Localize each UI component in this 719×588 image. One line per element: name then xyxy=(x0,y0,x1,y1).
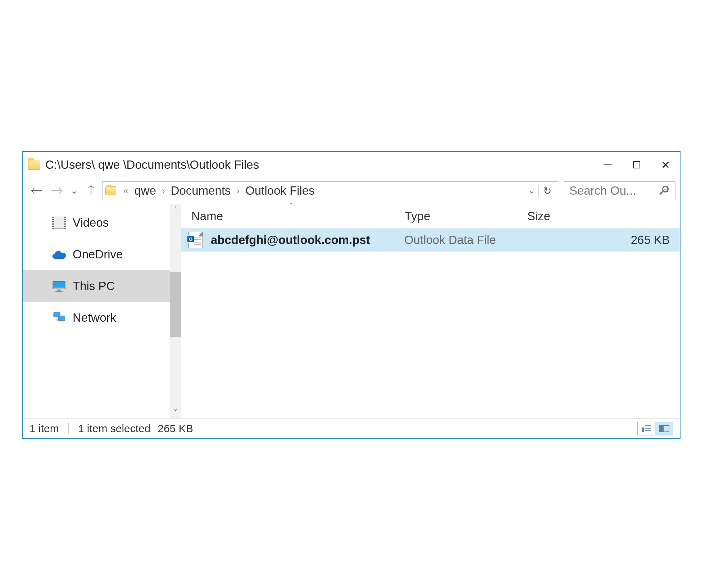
svg-rect-1 xyxy=(53,287,65,289)
sidebar-item-label: OneDrive xyxy=(73,248,123,261)
explorer-window: C:\Users\ qwe \Documents\Outlook Files 🡐… xyxy=(22,151,681,439)
status-selection-size: 265 KB xyxy=(158,422,193,435)
status-selection: 1 item selected xyxy=(78,422,151,435)
status-item-count: 1 item xyxy=(29,422,59,435)
view-details-button[interactable] xyxy=(637,422,655,435)
svg-rect-3 xyxy=(55,291,63,291)
onedrive-icon xyxy=(52,248,66,261)
address-history-button[interactable]: ⌄ xyxy=(525,186,538,195)
maximize-button[interactable] xyxy=(622,152,651,178)
window-controls xyxy=(593,152,680,178)
recent-locations-button[interactable]: ⌄ xyxy=(68,181,81,200)
breadcrumb-segment[interactable]: Documents xyxy=(169,184,232,198)
search-input[interactable]: Search Ou... 🔍︎ xyxy=(564,181,675,200)
navigation-pane: Videos OneDrive This PC Network xyxy=(23,204,181,418)
scrollbar-thumb[interactable] xyxy=(170,272,181,337)
view-large-icons-button[interactable] xyxy=(655,422,673,435)
file-row[interactable]: O abcdefghi@outlook.com.pst Outlook Data… xyxy=(181,229,680,252)
scroll-up-icon[interactable]: ˄ xyxy=(170,204,181,216)
sidebar-item-label: Network xyxy=(73,311,116,325)
chevron-right-icon[interactable]: › xyxy=(233,185,244,196)
back-button[interactable]: 🡐 xyxy=(27,181,46,200)
chevron-right-icon[interactable]: › xyxy=(158,185,169,196)
file-size: 265 KB xyxy=(519,233,680,247)
sidebar-item-onedrive[interactable]: OneDrive xyxy=(23,239,181,270)
navigation-bar: 🡐 🡒 ⌄ 🡑 « qwe › Documents › Outlook File… xyxy=(23,178,680,204)
search-icon: 🔍︎ xyxy=(658,184,670,198)
column-headers: ˄ Name Type Size xyxy=(181,204,680,229)
column-header-type[interactable]: Type xyxy=(401,204,520,228)
file-list-pane: ˄ Name Type Size O abcdefghi@outlook.com… xyxy=(181,204,680,418)
search-placeholder: Search Ou... xyxy=(569,184,636,198)
network-icon xyxy=(52,312,66,324)
svg-rect-2 xyxy=(57,290,61,291)
videos-icon xyxy=(52,217,66,229)
close-button[interactable] xyxy=(651,152,680,178)
sort-indicator-icon: ˄ xyxy=(289,202,293,211)
sidebar-item-label: Videos xyxy=(73,216,109,230)
view-switcher xyxy=(637,422,673,435)
sidebar-item-thispc[interactable]: This PC xyxy=(23,270,181,302)
address-bar[interactable]: « qwe › Documents › Outlook Files ⌄ ↻ xyxy=(102,181,558,200)
file-name: abcdefghi@outlook.com.pst xyxy=(211,233,370,247)
outlook-pst-icon: O xyxy=(188,232,203,248)
thispc-icon xyxy=(52,280,66,292)
folder-icon xyxy=(105,186,116,195)
sidebar-item-videos[interactable]: Videos xyxy=(23,207,181,239)
column-header-size[interactable]: Size xyxy=(520,204,680,228)
file-list[interactable]: O abcdefghi@outlook.com.pst Outlook Data… xyxy=(181,229,680,418)
breadcrumb-segment[interactable]: Outlook Files xyxy=(244,184,316,198)
forward-button[interactable]: 🡒 xyxy=(47,181,66,200)
breadcrumb-segment[interactable]: qwe xyxy=(133,184,158,198)
refresh-button[interactable]: ↻ xyxy=(538,185,556,197)
status-bar: 1 item 1 item selected 265 KB xyxy=(23,418,680,438)
sidebar-item-network[interactable]: Network xyxy=(23,302,181,334)
sidebar-item-label: This PC xyxy=(73,279,115,293)
up-button[interactable]: 🡑 xyxy=(82,181,101,200)
file-type: Outlook Data File xyxy=(401,233,519,247)
minimize-button[interactable] xyxy=(593,152,622,178)
scroll-down-icon[interactable]: ˅ xyxy=(170,407,181,418)
breadcrumb-overflow[interactable]: « xyxy=(120,185,132,196)
sidebar-scrollbar[interactable]: ˄ ˅ xyxy=(170,204,181,418)
window-title: C:\Users\ qwe \Documents\Outlook Files xyxy=(45,158,259,172)
folder-icon xyxy=(28,160,40,170)
title-bar[interactable]: C:\Users\ qwe \Documents\Outlook Files xyxy=(23,152,680,178)
